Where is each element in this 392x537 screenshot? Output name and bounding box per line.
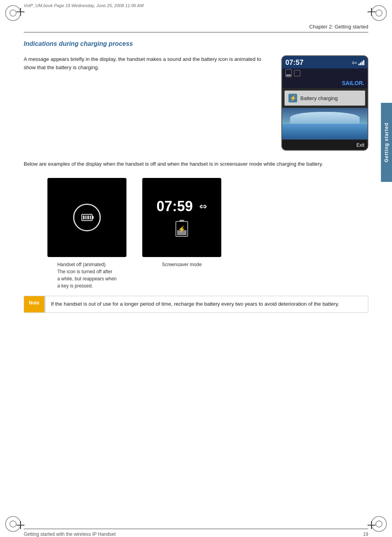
reg-mark-tr: [368, 8, 375, 16]
page-content: Chapter 2: Getting started Indications d…: [24, 24, 368, 513]
footer-page-number: 19: [363, 531, 368, 537]
note-label: Note: [24, 296, 44, 312]
book-header: VoIP_UM.book Page 19 Wednesday, June 25,…: [24, 3, 356, 8]
signal-bars-icon: [358, 60, 364, 65]
exit-text: Exit: [356, 142, 364, 148]
phone-status-icons: ⇦: [352, 59, 364, 66]
section-heading: Indications during charging process: [24, 40, 368, 47]
content-row-1: A message appears briefly in the display…: [24, 55, 368, 151]
screensaver-time: 07:59: [156, 198, 193, 215]
paragraph-2: Below are examples of the display when t…: [24, 160, 368, 168]
phone-exit-bar: Exit: [282, 140, 368, 150]
phone-brand-text: SAILOR.: [342, 80, 364, 86]
phone-brand-bar: SAILOR.: [282, 78, 368, 88]
examples-row: Handset off (animated). The icon is turn…: [24, 178, 368, 289]
side-tab: Getting started: [381, 103, 392, 182]
paragraph-1: A message appears briefly in the display…: [24, 55, 270, 151]
battery-circle-icon: [73, 204, 101, 231]
screensaver-caption: Screensaver mode: [162, 261, 202, 268]
note-content: If the handset is out of use for a longe…: [44, 296, 345, 312]
screensaver-lightning-icon: ⚡: [178, 225, 186, 233]
phone-mockup: 07:57 ⇦ SA: [281, 55, 368, 151]
transfer-icon: ⇔: [199, 201, 207, 212]
reg-mark-br: [368, 521, 375, 529]
battery-small-icon: [285, 69, 292, 77]
footer-left-text: Getting started with the wireless IP Han…: [24, 531, 116, 537]
reg-mark-tl: [17, 8, 24, 16]
phone-notification: ⚡ Battery charging: [285, 91, 365, 106]
battery-body-icon: [81, 214, 92, 221]
chapter-header: Chapter 2: Getting started: [24, 24, 368, 32]
side-tab-label: Getting started: [384, 123, 389, 162]
screensaver-screen: 07:59 ⇔ ⚡: [142, 178, 221, 257]
handset-off-example: Handset off (animated). The icon is turn…: [47, 178, 126, 289]
chapter-title: Chapter 2: Getting started: [309, 24, 368, 30]
handset-off-caption: Handset off (animated). The icon is turn…: [57, 261, 117, 289]
phone-icons-row: [282, 68, 368, 78]
phone-status-bar: 07:57 ⇦: [282, 56, 368, 68]
battery-charging-icon: ⚡: [288, 94, 297, 102]
screensaver-battery-icon: ⚡: [175, 221, 188, 237]
reg-mark-bl: [17, 521, 24, 529]
screensaver-time-row: 07:59 ⇔: [156, 198, 207, 215]
phone-time: 07:57: [285, 59, 303, 67]
screensaver-example: 07:59 ⇔ ⚡ Screensaver mode: [142, 178, 221, 289]
handset-off-screen: [47, 178, 126, 257]
charging-arrow-icon: ⇦: [352, 59, 357, 66]
page-footer: Getting started with the wireless IP Han…: [24, 529, 368, 537]
notification-text: Battery charging: [300, 95, 338, 101]
sim-icon: [294, 70, 300, 76]
note-box: Note If the handset is out of use for a …: [24, 296, 368, 313]
phone-landscape-image: [282, 108, 368, 140]
